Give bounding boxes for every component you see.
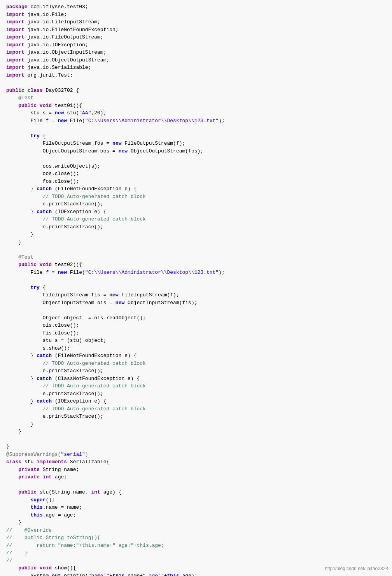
code-line bbox=[0, 124, 392, 132]
code-token: e.printStackTrace(); bbox=[6, 201, 103, 207]
code-token: e.printStackTrace(); bbox=[6, 368, 103, 374]
code-line bbox=[0, 155, 392, 163]
code-line: // TODO Auto-generated catch block bbox=[0, 405, 392, 413]
code-token: e.printStackTrace(); bbox=[6, 224, 103, 230]
code-token: @SuppressWarnings( bbox=[6, 452, 61, 457]
code-token: @Test bbox=[6, 254, 33, 260]
code-token: class bbox=[28, 88, 43, 93]
code-line: try { bbox=[0, 132, 392, 140]
code-token: import bbox=[6, 49, 24, 55]
code-token: import bbox=[6, 42, 24, 48]
code-line: import java.io.File; bbox=[0, 11, 392, 19]
code-token: e.printStackTrace(); bbox=[6, 413, 103, 419]
code-token: ObjectInputStream(fis); bbox=[124, 300, 197, 306]
code-line: oos.writeObject(s); bbox=[0, 163, 392, 170]
code-token: this bbox=[112, 573, 124, 576]
code-token bbox=[6, 103, 18, 109]
code-line: File f = new File("C:\\Users\\Administra… bbox=[0, 117, 392, 125]
code-token: out bbox=[52, 573, 61, 576]
code-token: oos.close(); bbox=[6, 171, 79, 177]
code-token: this bbox=[167, 573, 179, 576]
code-token: com.iflysse.test03; bbox=[28, 4, 88, 10]
code-line: fos.close(); bbox=[0, 178, 392, 186]
code-token: java.io.FileOutputStream; bbox=[24, 34, 103, 40]
code-token: package bbox=[6, 4, 28, 10]
code-token bbox=[40, 474, 43, 480]
code-line: } bbox=[0, 231, 392, 238]
code-token: new bbox=[112, 140, 121, 146]
code-token: catch bbox=[37, 376, 52, 382]
code-line: // TODO Auto-generated catch block bbox=[0, 215, 392, 223]
code-line: // public String toString(){ bbox=[0, 534, 392, 542]
code-line: this.age = age; bbox=[0, 511, 392, 519]
code-token: } bbox=[6, 520, 21, 525]
code-token: File( bbox=[67, 118, 85, 124]
code-token: // } bbox=[6, 550, 28, 556]
code-token: implements bbox=[37, 459, 67, 465]
code-token: ObjectOutputStream oos = bbox=[6, 148, 119, 154]
code-token: this bbox=[30, 504, 42, 510]
watermark: http://blog.csdn.net/llaitao0823 bbox=[325, 565, 388, 572]
code-token: int bbox=[43, 474, 52, 480]
code-token: stu s = bbox=[6, 110, 55, 116]
code-token: import bbox=[6, 27, 24, 33]
code-line: oos.close(); bbox=[0, 170, 392, 178]
code-token: fis.close(); bbox=[6, 330, 79, 336]
code-token: +this.age; bbox=[134, 543, 164, 548]
code-token: (IOException e) { bbox=[52, 398, 106, 404]
code-token bbox=[37, 565, 40, 571]
code-line: // TODO Auto-generated catch block bbox=[0, 193, 392, 201]
code-line: import java.io.FileOutputStream; bbox=[0, 33, 392, 41]
code-token: new bbox=[119, 148, 128, 154]
code-line: File f = new File("C:\\Users\\Administra… bbox=[0, 269, 392, 277]
code-container: package com.iflysse.test03;import java.i… bbox=[0, 0, 392, 576]
code-token: "AA" bbox=[79, 110, 91, 116]
code-token: import bbox=[6, 57, 24, 63]
code-line: this.name = name; bbox=[0, 504, 392, 511]
code-token: public bbox=[18, 262, 37, 268]
code-token: "name:" bbox=[58, 543, 79, 548]
code-token bbox=[37, 103, 40, 109]
code-line: s.show(); bbox=[0, 345, 392, 352]
code-line: import java.io.ObjectInputStream; bbox=[0, 49, 392, 56]
code-line bbox=[0, 481, 392, 489]
code-line: private String name; bbox=[0, 466, 392, 474]
code-line: import java.io.ObjectOutputStream; bbox=[0, 56, 392, 64]
code-token: void bbox=[40, 262, 52, 268]
code-token: import bbox=[6, 34, 24, 40]
code-token: java.io.File; bbox=[24, 12, 67, 18]
code-token: // public String toString(){ bbox=[6, 535, 100, 541]
code-line: Object object = ois.readObject(); bbox=[0, 314, 392, 322]
code-line: System.out.println("name:"+this.name+" a… bbox=[0, 572, 392, 576]
code-token: fos.close(); bbox=[6, 179, 79, 184]
code-token: java.io.Serializable; bbox=[24, 65, 91, 70]
code-token: } bbox=[6, 239, 21, 245]
code-token: org.junit.Test; bbox=[24, 72, 73, 78]
code-token bbox=[6, 497, 30, 503]
code-token: import bbox=[6, 65, 24, 70]
code-token: @Test bbox=[6, 95, 33, 101]
code-line: super(); bbox=[0, 496, 392, 504]
code-token: import bbox=[6, 12, 24, 18]
code-token: this bbox=[30, 512, 42, 518]
code-token: ) bbox=[85, 452, 88, 457]
code-token: show(){ bbox=[52, 565, 76, 571]
code-token: import bbox=[6, 72, 24, 78]
code-line: } catch (FileNotFoundException e) { bbox=[0, 185, 392, 193]
code-token bbox=[37, 262, 40, 268]
code-token bbox=[6, 216, 43, 222]
code-token: int bbox=[91, 489, 100, 495]
code-line bbox=[0, 79, 392, 87]
code-token: { bbox=[40, 285, 46, 291]
code-token: "name:" bbox=[88, 573, 110, 576]
code-token bbox=[6, 285, 30, 291]
code-token: s.show(); bbox=[6, 345, 70, 351]
code-token: (); bbox=[46, 497, 54, 503]
code-token: "C:\\Users\\Administrator\\Desktop\\123.… bbox=[85, 270, 219, 275]
code-token: // TODO Auto-generated catch block bbox=[43, 406, 146, 412]
code-token: new bbox=[116, 300, 124, 306]
code-token bbox=[6, 262, 18, 268]
code-line: e.printStackTrace(); bbox=[0, 413, 392, 420]
code-line: e.printStackTrace(); bbox=[0, 200, 392, 208]
code-token: (ClassNotFoundException e) { bbox=[52, 376, 140, 382]
